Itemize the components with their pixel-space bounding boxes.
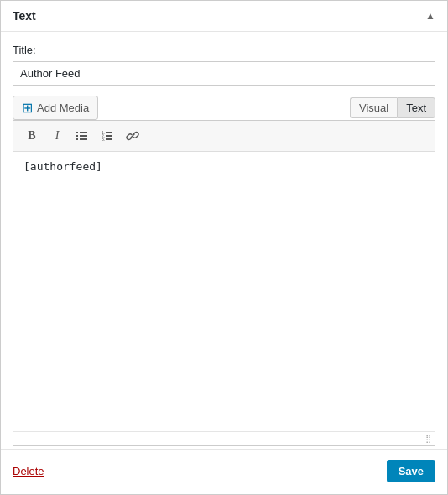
widget-container: Text ▲ Title: ⊞ Add Media Visual Text B …	[0, 0, 448, 495]
svg-rect-11	[106, 138, 112, 140]
delete-button[interactable]: Delete	[13, 465, 44, 477]
widget-header: Text ▲	[1, 1, 447, 32]
svg-rect-2	[76, 135, 78, 137]
unordered-list-icon	[76, 129, 89, 143]
save-button[interactable]: Save	[387, 460, 435, 482]
link-button[interactable]	[121, 125, 144, 147]
view-toggle: Visual Text	[350, 97, 435, 118]
editor-wrapper: B I 1. 2.	[13, 120, 435, 446]
format-toolbar: B I 1. 2.	[13, 121, 435, 152]
editor-content-area[interactable]: [authorfeed]	[13, 152, 435, 431]
ordered-list-button[interactable]: 1. 2. 3.	[96, 125, 119, 147]
svg-rect-1	[80, 132, 87, 133]
link-icon	[126, 129, 139, 143]
toolbar-row: ⊞ Add Media Visual Text	[13, 96, 435, 120]
svg-rect-4	[76, 138, 78, 140]
svg-rect-7	[106, 132, 112, 133]
unordered-list-button[interactable]	[70, 125, 94, 147]
widget-body: Title: ⊞ Add Media Visual Text B I	[1, 32, 447, 446]
add-media-icon: ⊞	[22, 100, 33, 116]
title-label: Title:	[13, 44, 435, 56]
svg-rect-9	[106, 135, 112, 137]
svg-rect-5	[80, 138, 87, 140]
bold-button[interactable]: B	[20, 125, 44, 147]
svg-text:3.: 3.	[102, 137, 105, 142]
italic-button[interactable]: I	[45, 125, 69, 147]
widget-footer: Delete Save	[1, 449, 447, 494]
editor-resize-handle[interactable]: ⣿	[13, 431, 435, 445]
visual-tab-button[interactable]: Visual	[350, 97, 397, 118]
collapse-icon[interactable]: ▲	[425, 10, 435, 22]
svg-rect-3	[80, 135, 87, 137]
text-tab-button[interactable]: Text	[397, 97, 435, 118]
svg-rect-0	[76, 132, 78, 133]
ordered-list-icon: 1. 2. 3.	[101, 129, 114, 143]
title-input[interactable]	[13, 61, 435, 86]
widget-title: Text	[13, 9, 36, 23]
add-media-label: Add Media	[37, 102, 89, 114]
add-media-button[interactable]: ⊞ Add Media	[13, 96, 98, 120]
